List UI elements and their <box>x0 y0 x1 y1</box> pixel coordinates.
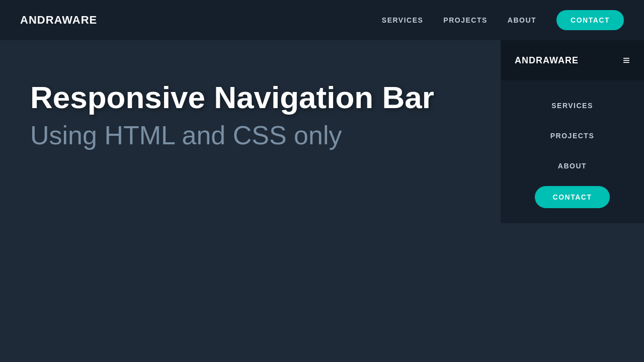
nav-link-services[interactable]: SERVICES <box>382 16 424 24</box>
mobile-contact-button[interactable]: CONTACT <box>535 186 610 208</box>
mobile-nav-link-services[interactable]: SERVICES <box>501 90 644 121</box>
nav-link-about[interactable]: ABOUT <box>508 16 536 24</box>
nav-contact-button[interactable]: CONTACT <box>556 10 624 30</box>
nav-link-projects[interactable]: PROJECTS <box>443 16 487 24</box>
mobile-nav-header: ANDRAWARE ≡ <box>501 40 644 80</box>
hamburger-icon[interactable]: ≡ <box>623 54 630 66</box>
mobile-nav-link-projects[interactable]: PROJECTS <box>501 121 644 151</box>
hero-subtitle: Using HTML and CSS only <box>30 120 434 151</box>
hero-title: Responsive Navigation Bar <box>30 80 434 115</box>
main-navbar: ANDRAWARE SERVICES PROJECTS ABOUT CONTAC… <box>0 0 644 40</box>
hero-section: Responsive Navigation Bar Using HTML and… <box>30 80 434 151</box>
main-content: Responsive Navigation Bar Using HTML and… <box>0 40 644 362</box>
mobile-nav-items: SERVICES PROJECTS ABOUT CONTACT <box>501 80 644 223</box>
mobile-nav-logo: ANDRAWARE <box>515 55 579 66</box>
nav-logo: ANDRAWARE <box>20 14 97 27</box>
mobile-nav-link-about[interactable]: ABOUT <box>501 151 644 181</box>
nav-links: SERVICES PROJECTS ABOUT CONTACT <box>382 10 624 30</box>
mobile-nav-panel: ANDRAWARE ≡ SERVICES PROJECTS ABOUT CONT… <box>501 40 644 223</box>
